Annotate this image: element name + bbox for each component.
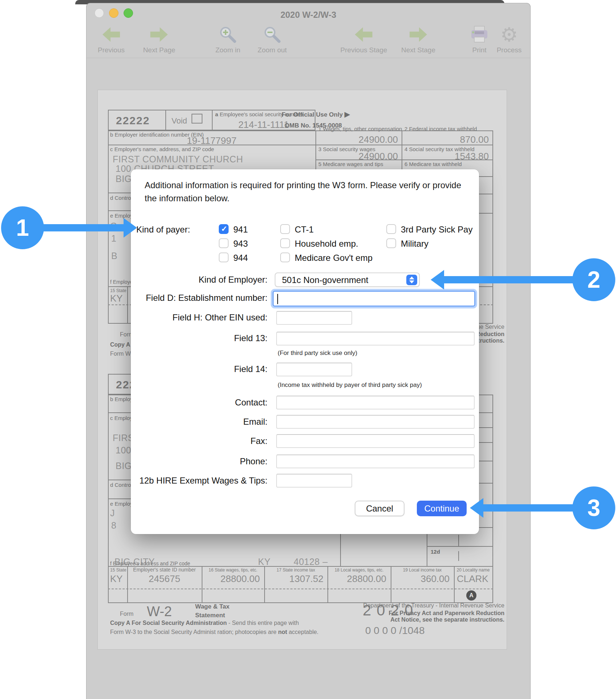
copy-a-rest: - Send this entire page with xyxy=(227,620,299,626)
zoom-out-icon xyxy=(258,24,287,45)
toolbar-button-previous[interactable]: Previous xyxy=(98,24,125,54)
checkbox-ct1-label: CT-1 xyxy=(295,225,314,235)
arrow-right-glyph: ▶ xyxy=(345,110,350,118)
window-title: 2020 W-2/W-3 xyxy=(86,10,530,20)
email-input[interactable] xyxy=(276,415,475,429)
box2-label: 2 Federal income tax withheld xyxy=(404,126,477,132)
checkbox-medicare-gov-label: Medicare Gov't emp xyxy=(295,253,373,263)
hire-exempt-input[interactable] xyxy=(276,474,352,488)
label-text: For Official Use Only xyxy=(282,111,343,118)
state-value: KY xyxy=(110,573,123,585)
toolbar-button-previous-stage[interactable]: Previous Stage xyxy=(341,24,387,54)
void-label: Void xyxy=(172,116,187,126)
box12d-label: 12d xyxy=(431,549,440,555)
w3-info-dialog: Additional information is required for p… xyxy=(131,169,479,534)
dialog-message-line1: Additional information is required for p… xyxy=(145,180,461,190)
kind-of-payer-label: Kind of payer: xyxy=(136,225,190,235)
kind-of-employer-select[interactable]: 501c Non-government xyxy=(275,272,420,287)
continue-button[interactable]: Continue xyxy=(417,501,467,516)
privacy-line: Act Notice, see the separate instruction… xyxy=(286,617,504,623)
state-header: 16 State wages, tips, etc. xyxy=(202,567,264,573)
copy-line2-b: acceptable. xyxy=(287,629,318,635)
field-13-input[interactable] xyxy=(276,332,475,346)
state-value: CLARK xyxy=(457,573,488,585)
toolbar-separator xyxy=(86,58,530,58)
dialog-message: Additional information is required for p… xyxy=(145,179,472,205)
checkbox-941-label: 941 xyxy=(233,225,248,235)
employer-street-fragment: 100 CHURCH STREET xyxy=(116,445,132,456)
checkbox-household[interactable] xyxy=(280,238,290,248)
box2-value: 870.00 xyxy=(416,134,489,145)
state-value: 28800.00 xyxy=(327,573,386,585)
checkbox-ct1[interactable] xyxy=(280,224,290,234)
copy-a-bold: Copy A For Social Security Administratio… xyxy=(110,620,227,626)
checkbox-medicare-gov[interactable] xyxy=(280,252,290,262)
toolbar-label: Next Stage xyxy=(401,46,435,54)
callout-1-arrow xyxy=(42,224,124,231)
hire-exempt-label: 12b HIRE Exempt Wages & Tips: xyxy=(131,476,267,486)
ein-value: 19-1177997 xyxy=(108,135,315,146)
copy-line2: Form W-3 to the Social Security Administ… xyxy=(110,629,318,635)
toolbar-button-next-page[interactable]: Next Page xyxy=(143,24,176,54)
form-line xyxy=(458,551,459,561)
gear-icon: ⚙ xyxy=(497,24,522,45)
dialog-message-line2: the information below. xyxy=(145,193,229,203)
checkbox-military[interactable] xyxy=(386,238,396,248)
toolbar-button-print[interactable]: Print xyxy=(470,24,489,54)
form-title: Wage & Tax xyxy=(195,603,229,610)
form-name: W-2 xyxy=(147,604,172,619)
toolbar-label: Process xyxy=(497,46,522,54)
phone-input[interactable] xyxy=(276,454,475,468)
employer-city-fragment: BIG CITY xyxy=(116,461,132,471)
checkbox-3rd-party-label: 3rd Party Sick Pay xyxy=(401,225,472,235)
field-14-input[interactable] xyxy=(276,363,352,376)
state-header: 19 Local income tax xyxy=(391,567,454,573)
box4-value: 1543.80 xyxy=(416,151,489,162)
phone-label: Phone: xyxy=(131,456,267,466)
state-header: 15 State xyxy=(110,288,126,293)
field-h-input[interactable] xyxy=(276,311,352,325)
callout-3-arrowhead-icon xyxy=(470,498,483,518)
contact-input[interactable] xyxy=(276,396,475,409)
box-letter: a xyxy=(215,111,218,117)
field-d-input[interactable] xyxy=(273,291,475,307)
box1-label: 1 Wages, tips, other compensation xyxy=(318,126,402,132)
callout-1-badge: 1 xyxy=(1,206,44,249)
arrow-left-icon xyxy=(98,24,125,45)
contact-label: Contact: xyxy=(131,397,267,408)
copy-a-line: Copy A For Social Security Administratio… xyxy=(110,620,299,626)
callout-3-badge: 3 xyxy=(572,486,615,529)
callout-2-arrowhead-icon xyxy=(431,270,444,290)
state-value: 360.00 xyxy=(391,573,450,585)
checkbox-943[interactable] xyxy=(219,238,229,248)
toolbar-button-process[interactable]: ⚙ Process xyxy=(497,24,522,54)
employer-city-fragment: BIG CITY xyxy=(116,174,132,184)
kind-of-employer-label: Kind of Employer: xyxy=(131,275,267,285)
state-header: 17 State income tax xyxy=(264,567,327,573)
state-value: 245675 xyxy=(127,573,202,585)
toolbar-label: Print xyxy=(470,46,489,54)
field-13-caption: (For third party sick use only) xyxy=(278,350,357,357)
box6-label: 6 Medicare tax withheld xyxy=(404,161,462,167)
toolbar-button-zoom-out[interactable]: Zoom out xyxy=(258,24,287,54)
form-line xyxy=(165,110,166,130)
dropdown-stepper-icon xyxy=(406,275,417,285)
checkbox-944[interactable] xyxy=(219,252,229,262)
zoom-in-icon xyxy=(216,24,241,45)
void-checkbox[interactable] xyxy=(192,114,202,124)
catalog-number: 0 0 0 0 /1048 xyxy=(365,625,424,637)
state-header: 20 Locality name xyxy=(454,567,492,573)
toolbar-label: Zoom out xyxy=(258,46,287,54)
kind-of-employer-value: 501c Non-government xyxy=(282,273,368,287)
fax-input[interactable] xyxy=(276,434,475,448)
cancel-button[interactable]: Cancel xyxy=(355,501,404,516)
toolbar-label: Previous Stage xyxy=(341,46,387,54)
employer-name-fragment: FIRST COMMUNITY CHURCH xyxy=(113,433,132,443)
toolbar-button-next-stage[interactable]: Next Stage xyxy=(401,24,435,54)
state-header: 15 State xyxy=(110,567,126,573)
field-13-label: Field 13: xyxy=(131,333,267,343)
checkbox-941[interactable] xyxy=(219,224,229,234)
checkbox-3rd-party[interactable] xyxy=(386,224,396,234)
toolbar-button-zoom-in[interactable]: Zoom in xyxy=(216,24,241,54)
dept-line: Department of the Treasury - Internal Re… xyxy=(286,602,504,609)
